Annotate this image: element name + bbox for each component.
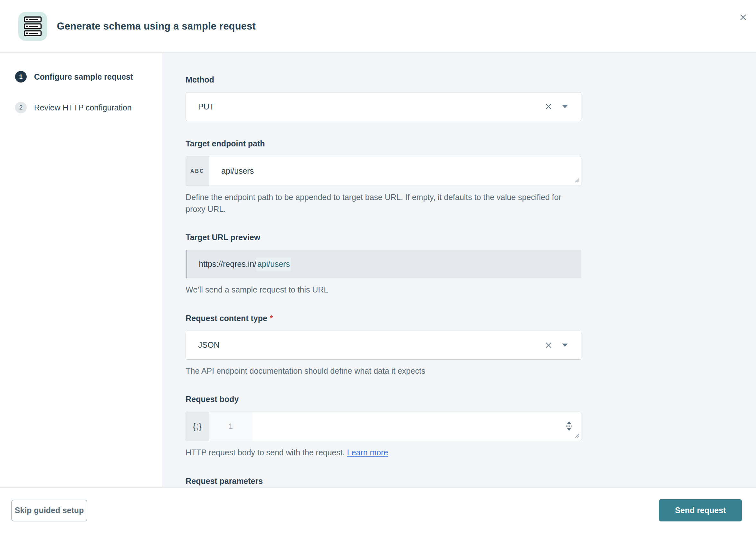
method-select[interactable]: PUT (186, 92, 581, 121)
form-panel: Method PUT (162, 53, 756, 488)
url-preview-label: Target URL preview (186, 233, 581, 242)
server-stack-icon (23, 16, 42, 37)
close-icon (738, 13, 748, 22)
required-asterisk: * (270, 314, 273, 323)
step-number-badge: 1 (15, 71, 27, 83)
step-configure-sample-request[interactable]: 1 Configure sample request (0, 71, 162, 83)
endpoint-path-label: Target endpoint path (186, 139, 581, 148)
request-parameters-field-group: Request parameters (186, 476, 581, 486)
method-field-group: Method PUT (186, 75, 581, 121)
caret-down-icon[interactable] (562, 343, 568, 347)
content-type-label: Request content type * (186, 314, 581, 323)
url-base-text: https://reqres.in/ (199, 259, 256, 269)
endpoint-path-value: api/users (209, 156, 581, 186)
step-label: Review HTTP configuration (34, 103, 132, 112)
request-body-field-group: Request body {;} 1 (186, 395, 581, 459)
close-button[interactable] (737, 11, 749, 24)
learn-more-link[interactable]: Learn more (347, 448, 388, 457)
modal-body: 1 Configure sample request 2 Review HTTP… (0, 53, 756, 488)
line-number-gutter: 1 (209, 412, 253, 441)
method-clear-button[interactable] (544, 102, 554, 111)
content-type-field-group: Request content type * JSON (186, 314, 581, 377)
content-type-selected-value: JSON (198, 340, 220, 350)
content-type-select[interactable]: JSON (186, 331, 581, 360)
step-label: Configure sample request (34, 72, 133, 82)
request-body-label: Request body (186, 395, 581, 404)
url-highlight-text: api/users (256, 257, 291, 271)
text-type-prefix: ABC (186, 156, 209, 186)
caret-down-icon[interactable] (562, 105, 568, 109)
resize-corner-icon[interactable] (574, 433, 580, 439)
modal-header: Generate schema using a sample request (0, 0, 756, 53)
url-preview-field-group: Target URL preview https://reqres.in/api… (186, 233, 581, 296)
steps-sidebar: 1 Configure sample request 2 Review HTTP… (0, 53, 162, 488)
line-number: 1 (229, 422, 233, 431)
request-body-help: HTTP request body to send with the reque… (186, 447, 571, 459)
url-preview-field: https://reqres.in/api/users (186, 250, 581, 279)
url-preview-help: We’ll send a sample request to this URL (186, 284, 571, 296)
skip-guided-setup-button[interactable]: Skip guided setup (11, 500, 87, 521)
vertical-drag-icon[interactable] (565, 421, 573, 432)
step-number-badge: 2 (15, 102, 27, 113)
step-review-http-configuration[interactable]: 2 Review HTTP configuration (0, 102, 162, 113)
modal-title: Generate schema using a sample request (57, 20, 256, 32)
clear-x-icon (544, 341, 553, 349)
endpoint-path-field-group: Target endpoint path ABC api/users Defin… (186, 139, 581, 215)
method-label: Method (186, 75, 581, 85)
content-type-clear-button[interactable] (544, 340, 554, 350)
request-body-editor[interactable]: {;} 1 (186, 412, 581, 441)
endpoint-path-help: Define the endpoint path to be appended … (186, 191, 571, 215)
modal-footer: Skip guided setup Send request (0, 488, 756, 533)
method-selected-value: PUT (198, 102, 214, 111)
schema-icon-badge (18, 12, 47, 41)
endpoint-path-input[interactable]: ABC api/users (186, 156, 581, 186)
content-type-help: The API endpoint documentation should de… (186, 365, 571, 377)
send-request-button[interactable]: Send request (659, 499, 742, 521)
curly-braces-icon: {;} (193, 422, 202, 432)
abc-text-icon: ABC (190, 168, 204, 174)
resize-corner-icon[interactable] (574, 177, 580, 184)
generate-schema-modal: Generate schema using a sample request 1… (0, 0, 756, 533)
json-type-prefix: {;} (186, 412, 209, 441)
request-parameters-label: Request parameters (186, 476, 581, 486)
request-body-code-area[interactable] (253, 412, 581, 441)
clear-x-icon (544, 102, 553, 111)
